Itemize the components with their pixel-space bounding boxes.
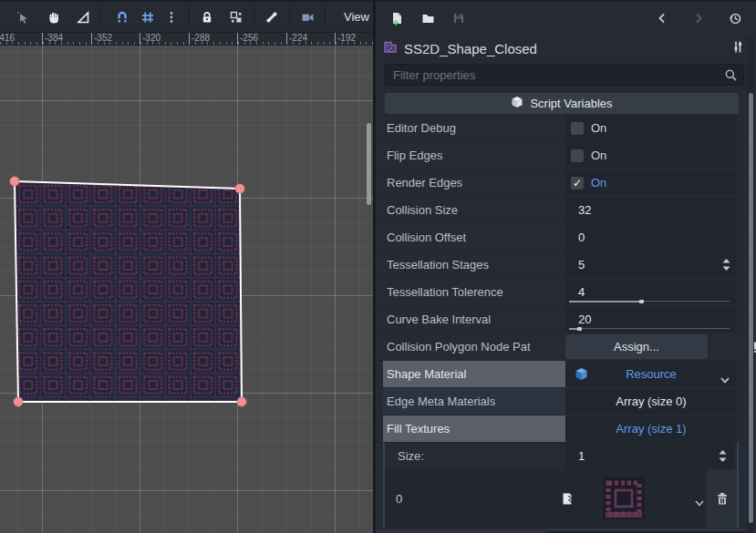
camera-override-icon[interactable]: [295, 5, 319, 29]
property-label: Collision Size: [383, 197, 565, 223]
number-field[interactable]: 32: [565, 198, 737, 222]
edit-texture-icon[interactable]: [560, 491, 575, 510]
checkbox-label: On: [591, 116, 606, 140]
ruler-tool-icon[interactable]: [71, 5, 95, 29]
inspector-tools-icon[interactable]: [730, 39, 745, 58]
inspector-vscrollbar-thumb[interactable]: [749, 93, 753, 523]
checkbox-label: On: [591, 170, 606, 195]
resource-value: Resource: [565, 362, 737, 386]
edited-object-row: SS2D_Shape_Closed: [383, 36, 749, 60]
slider-track[interactable]: [569, 328, 730, 329]
new-resource-icon[interactable]: [385, 6, 409, 30]
pan-tool-icon[interactable]: [42, 5, 66, 29]
array-value: Array (size 1): [565, 416, 737, 441]
filter-properties-bar: [385, 64, 744, 86]
toolbar-separator: [100, 6, 101, 28]
group-object-icon[interactable]: [224, 5, 248, 29]
section-script-variables[interactable]: Script Variables: [385, 93, 739, 114]
canvas-toolbar: View: [0, 0, 374, 33]
property-label: Editor Debug: [383, 115, 565, 141]
field-value: 1: [578, 444, 585, 468]
spinbox-arrows-icon[interactable]: [719, 449, 727, 463]
vertex-handle[interactable]: [237, 397, 246, 406]
array-button[interactable]: Array (size 1): [565, 416, 737, 441]
toolbar-separator: [254, 6, 254, 28]
array-button[interactable]: Array (size 0): [565, 389, 737, 414]
history-icon[interactable]: [723, 6, 747, 30]
canvas-pane: View -416 -384 -352 -320 -288 -256 -224 …: [0, 0, 374, 533]
property-row-flip-edges: Flip Edges On: [376, 142, 756, 169]
canvas-vscrollbar-thumb[interactable]: [367, 123, 371, 205]
property-label: Collision Offset: [383, 224, 565, 251]
property-row-collision-polygon-node-path: Collision Polygon Node Pat Assign...: [376, 333, 756, 361]
smart-snap-icon[interactable]: [110, 5, 134, 29]
next-property-row-partial: [376, 529, 756, 533]
checkbox-unchecked[interactable]: [571, 122, 584, 135]
property-row-editor-debug: Editor Debug On: [376, 115, 756, 142]
checkbox-checked[interactable]: ✓: [571, 177, 584, 190]
ruler-label: -352: [91, 33, 112, 46]
slider-fill: [569, 301, 639, 302]
array-size-row: Size: 1: [385, 443, 737, 470]
vertex-handle[interactable]: [14, 397, 23, 406]
property-row-fill-textures: Fill Textures Array (size 1): [376, 415, 756, 443]
chevron-down-icon[interactable]: [720, 371, 730, 387]
array-editor-region: Size: 1 0: [376, 443, 756, 528]
array-item-index: 0: [396, 470, 402, 528]
remove-item-button[interactable]: [707, 470, 737, 528]
resource-picker[interactable]: Resource: [565, 362, 737, 386]
load-resource-icon[interactable]: [416, 6, 440, 30]
slider-track[interactable]: [569, 301, 730, 302]
ruler-label: -256: [237, 33, 258, 46]
history-back-icon[interactable]: [650, 6, 674, 30]
property-row-render-edges: Render Edges ✓ On: [376, 169, 756, 197]
cube-icon: [511, 96, 523, 111]
trash-icon: [715, 491, 730, 507]
spin-field[interactable]: 5: [565, 252, 737, 277]
closed-shape-polygon[interactable]: [15, 181, 242, 402]
property-list: Editor Debug On Flip Edges On Render Edg…: [376, 115, 756, 528]
checkbox-unchecked[interactable]: [571, 149, 584, 162]
vertex-handle[interactable]: [10, 177, 19, 186]
spin-field[interactable]: 1: [565, 444, 733, 468]
skeleton-bone-icon[interactable]: [260, 5, 284, 29]
slider-grabber[interactable]: [577, 327, 582, 331]
grid-snap-icon[interactable]: [136, 5, 160, 29]
checkbox-field[interactable]: On: [565, 116, 737, 140]
section-header-label: Script Variables: [530, 97, 612, 110]
filter-properties-input[interactable]: [386, 68, 724, 82]
chevron-down-icon[interactable]: [695, 494, 704, 510]
ruler-label: -416: [0, 33, 15, 46]
texture-preview[interactable]: [603, 477, 645, 519]
field-value: 5: [578, 252, 585, 277]
canvas-viewport[interactable]: [0, 46, 374, 533]
ruler-label: -192: [335, 33, 356, 46]
number-field[interactable]: 0: [565, 225, 737, 250]
property-row-edge-meta-materials: Edge Meta Materials Array (size 0): [376, 388, 756, 415]
select-tool-icon[interactable]: [11, 5, 35, 29]
property-row-shape-material: Shape Material Resource: [376, 361, 756, 388]
spinbox-arrows-icon[interactable]: [722, 258, 730, 272]
property-row-collision-offset: Collision Offset 0: [376, 224, 756, 251]
property-label: Fill Textures: [383, 415, 565, 442]
snap-options-menu-icon[interactable]: [160, 5, 183, 29]
save-resource-icon[interactable]: [447, 6, 471, 30]
lock-object-icon[interactable]: [195, 5, 219, 29]
slider-field[interactable]: 20: [565, 307, 737, 332]
slider-field[interactable]: 4: [565, 280, 737, 304]
array-value: Array (size 0): [565, 389, 737, 414]
toolbar-separator: [289, 6, 290, 28]
history-forward-icon[interactable]: [687, 6, 710, 30]
slider-grabber[interactable]: [639, 300, 644, 303]
property-row-tessellation-tolerence: Tessellation Tolerence 4: [376, 279, 756, 306]
inspector-panel: SS2D_Shape_Closed Script Variables Edito…: [376, 0, 756, 533]
assign-button[interactable]: Assign...: [565, 334, 708, 359]
search-icon: [724, 68, 738, 82]
vertex-handle[interactable]: [235, 184, 244, 193]
godot-editor: View -416 -384 -352 -320 -288 -256 -224 …: [0, 0, 756, 533]
checkbox-field[interactable]: ✓ On: [565, 170, 737, 195]
checkbox-field[interactable]: On: [565, 143, 737, 168]
ruler-label: -384: [42, 33, 63, 46]
property-label: Shape Material: [383, 361, 565, 387]
edited-object-name: SS2D_Shape_Closed: [404, 41, 730, 56]
